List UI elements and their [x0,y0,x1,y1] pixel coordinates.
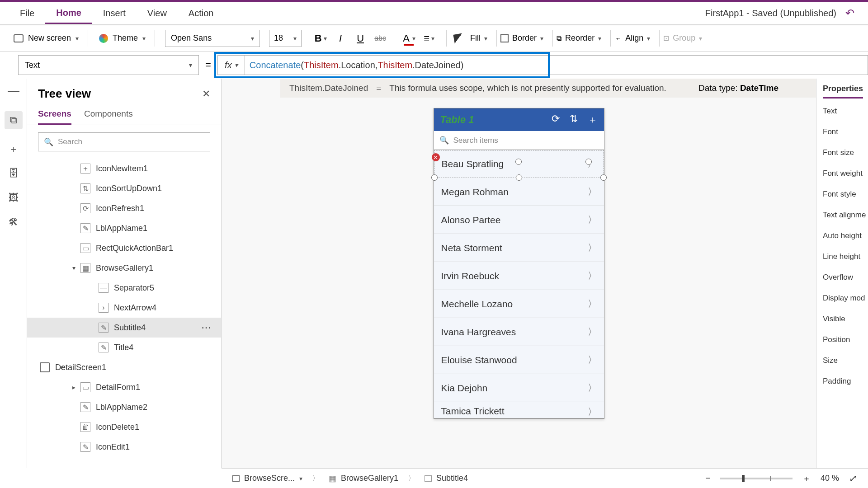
formula-bar[interactable]: Concatenate(ThisItem.Location, ThisItem.… [245,55,868,75]
tree-item-subtitle4[interactable]: ✎Subtitle4⋯ [27,318,221,338]
tree-item-iconrefresh1[interactable]: ⟳IconRefresh1 [27,198,221,218]
property-row[interactable]: Font weight [823,169,863,178]
tree-item-title4[interactable]: ✎Title4 [27,338,221,357]
formula-scope-message: ThisItem.DateJoined = This formula uses … [280,79,696,98]
close-icon[interactable]: ✕ [202,88,210,100]
tree-item-lblappname1[interactable]: ✎LblAppName1 [27,218,221,238]
search-icon: 🔍 [44,137,53,147]
tree-view-icon[interactable]: ⧉ [5,111,23,129]
tab-components[interactable]: Components [84,109,133,125]
sort-icon: ⇅ [80,183,90,193]
list-item[interactable]: Alonso Partee〉 [434,206,604,234]
zoom-in-button[interactable]: ＋ [802,473,811,484]
menu-file[interactable]: File [9,8,45,19]
chevron-down-icon: ▾ [189,61,192,69]
new-screen-label: New screen [28,33,71,43]
add-icon[interactable]: ＋ [588,113,598,127]
new-screen-button[interactable]: New screen ▾ [14,33,79,43]
arrow-icon: › [99,303,108,313]
property-row[interactable]: Line height [823,252,863,261]
list-item[interactable]: Elouise Stanwood〉 [434,346,604,374]
rect-icon: ▭ [80,243,90,253]
list-item[interactable]: Megan Rohman〉 [434,178,604,206]
property-row[interactable]: Display mod [823,294,863,303]
zoom-slider[interactable] [720,478,793,479]
menu-view[interactable]: View [137,8,178,19]
refresh-icon: ⟳ [80,203,90,213]
group-button[interactable]: Group [673,33,695,43]
strikethrough-button[interactable]: abc [372,30,388,47]
tree-item-detailform1[interactable]: ▸▭DetailForm1 [27,377,221,397]
search-icon: 🔍 [439,136,449,145]
undo-icon[interactable]: ↶ [845,7,854,19]
tree-search-input[interactable]: 🔍 Search [38,132,210,151]
italic-button[interactable]: I [332,30,349,47]
data-icon[interactable]: 🗄 [8,169,19,178]
zoom-out-button[interactable]: − [705,474,710,483]
insert-icon[interactable]: ＋ [8,145,19,154]
fx-button[interactable]: fx▾ [217,55,245,75]
theme-button[interactable]: Theme ▾ [92,33,146,43]
menu-action[interactable]: Action [178,8,225,19]
border-button[interactable]: Border [512,33,537,43]
property-row[interactable]: Padding [823,377,863,386]
list-item[interactable]: ✕Beau Spratling〉 [434,150,604,178]
property-row[interactable]: Size [823,356,863,365]
list-item[interactable]: Mechelle Lozano〉 [434,290,604,318]
underline-button[interactable]: U [352,30,368,47]
phone-search-input[interactable]: 🔍 Search items [434,131,604,150]
list-item[interactable]: Ivana Hargreaves〉 [434,318,604,346]
tab-properties[interactable]: Properties [823,84,863,99]
tree-item-iconedit1[interactable]: ✎IconEdit1 [27,437,221,457]
font-size-select[interactable]: 18 ▾ [269,30,302,47]
tools-icon[interactable]: 🛠 [8,218,19,227]
tree-item-detailscreen1[interactable]: ▾DetailScreen1 [27,357,221,377]
list-item[interactable]: Irvin Roebuck〉 [434,262,604,290]
breadcrumb-screen[interactable]: BrowseScre...▾ [232,474,302,483]
sort-icon[interactable]: ⇅ [570,113,578,127]
property-row[interactable]: Visible [823,314,863,324]
tree-item-nextarrow4[interactable]: ›NextArrow4 [27,298,221,318]
screen-icon [14,34,24,42]
list-item[interactable]: Tamica Trickett〉 [434,402,604,418]
text-icon: ✎ [99,323,108,333]
hamburger-icon[interactable] [8,87,19,96]
list-item[interactable]: Neta Storment〉 [434,234,604,262]
align-button[interactable]: ≡▾ [421,30,437,47]
tree-item-lblappname2[interactable]: ✎LblAppName2 [27,397,221,417]
menu-home[interactable]: Home [45,8,92,24]
list-item[interactable]: Kia Dejohn〉 [434,374,604,402]
tab-screens[interactable]: Screens [38,109,71,125]
fill-button[interactable] [450,30,467,47]
refresh-icon[interactable]: ⟳ [552,113,560,127]
reorder-button[interactable]: Reorder [565,33,594,43]
property-row[interactable]: Text [823,107,863,116]
property-row[interactable]: Font [823,127,863,136]
property-row[interactable]: Auto height [823,231,863,240]
tree-item-icondelete1[interactable]: 🗑IconDelete1 [27,417,221,437]
menu-insert[interactable]: Insert [92,8,137,19]
font-family-select[interactable]: Open Sans ▾ [165,30,260,47]
more-icon[interactable]: ⋯ [201,322,212,333]
property-row[interactable]: Position [823,335,863,344]
property-row[interactable]: Overflow [823,273,863,282]
property-select[interactable]: Text ▾ [18,55,199,75]
font-color-button[interactable]: A▾ [401,30,417,47]
media-icon[interactable]: 🖼 [8,193,19,202]
tree-item-rectquickactionbar1[interactable]: ▭RectQuickActionBar1 [27,238,221,258]
tree-item-iconnewitem1[interactable]: ＋IconNewItem1 [27,159,221,178]
fit-screen-icon[interactable]: ⤢ [849,473,857,484]
chevron-down-icon: ▾ [293,35,297,42]
property-row[interactable]: Font size [823,148,863,157]
breadcrumb-gallery[interactable]: ▦BrowseGallery1 [329,474,398,483]
tree-item-separator5[interactable]: ―Separator5 [27,278,221,298]
bold-button[interactable]: B▾ [312,30,329,47]
align-menu-button[interactable]: Align [625,33,643,43]
app-preview: Table 1 ⟳ ⇅ ＋ 🔍 Search items ✕Beau Sprat… [434,108,604,419]
tree-item-browsegallery1[interactable]: ▾▦BrowseGallery1 [27,258,221,278]
tree-item-iconsortupdown1[interactable]: ⇅IconSortUpDown1 [27,178,221,198]
breadcrumb-subtitle[interactable]: Subtitle4 [425,474,468,483]
chevron-down-icon: ▾ [75,35,79,42]
property-row[interactable]: Font style [823,190,863,199]
property-row[interactable]: Text alignme [823,211,863,220]
